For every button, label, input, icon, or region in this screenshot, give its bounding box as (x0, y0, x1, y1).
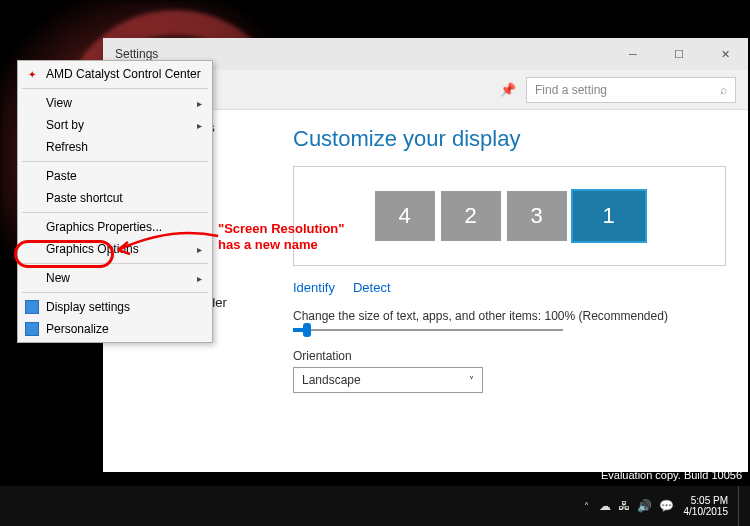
pin-icon[interactable]: 📌 (500, 82, 516, 97)
menu-paste[interactable]: Paste (20, 165, 210, 187)
personalize-icon (25, 322, 39, 336)
close-button[interactable]: ✕ (702, 38, 748, 70)
detect-link[interactable]: Detect (353, 280, 391, 295)
windows-watermark: Windows 10 Pro Technical Preview Evaluat… (571, 453, 742, 482)
amd-icon: ✦ (25, 67, 39, 81)
menu-display-settings[interactable]: Display settings (20, 296, 210, 318)
monitor-2[interactable]: 2 (441, 191, 501, 241)
menu-separator (22, 212, 208, 213)
display-icon (25, 300, 39, 314)
menu-separator (22, 263, 208, 264)
search-input[interactable]: Find a setting ⌕ (526, 77, 736, 103)
taskbar-clock[interactable]: 5:05 PM 4/10/2015 (684, 495, 729, 517)
menu-graphics-properties[interactable]: Graphics Properties... (20, 216, 210, 238)
menu-graphics-options[interactable]: Graphics Options (20, 238, 210, 260)
chevron-down-icon: ˅ (469, 375, 474, 386)
page-title: Customize your display (293, 126, 726, 152)
orientation-label: Orientation (293, 349, 726, 363)
menu-new[interactable]: New (20, 267, 210, 289)
display-arrangement[interactable]: 4 2 3 1 (293, 166, 726, 266)
taskbar: ˄ ☁ 🖧 🔊 💬 5:05 PM 4/10/2015 (0, 486, 750, 526)
menu-view[interactable]: View (20, 92, 210, 114)
window-title: Settings (115, 47, 158, 61)
monitor-3[interactable]: 3 (507, 191, 567, 241)
onedrive-icon[interactable]: ☁ (599, 499, 611, 513)
menu-separator (22, 88, 208, 89)
menu-sort-by[interactable]: Sort by (20, 114, 210, 136)
system-tray[interactable]: ☁ 🖧 🔊 💬 (599, 499, 674, 513)
menu-paste-shortcut[interactable]: Paste shortcut (20, 187, 210, 209)
content-panel: Customize your display 4 2 3 1 Identify … (271, 110, 748, 472)
menu-amd-catalyst[interactable]: ✦AMD Catalyst Control Center (20, 63, 210, 85)
menu-separator (22, 161, 208, 162)
tray-chevron-icon[interactable]: ˄ (584, 501, 589, 512)
identify-link[interactable]: Identify (293, 280, 335, 295)
menu-refresh[interactable]: Refresh (20, 136, 210, 158)
monitor-1[interactable]: 1 (573, 191, 645, 241)
scale-slider[interactable] (293, 329, 563, 331)
maximize-button[interactable]: ☐ (656, 38, 702, 70)
scale-label: Change the size of text, apps, and other… (293, 309, 726, 323)
notifications-icon[interactable]: 💬 (659, 499, 674, 513)
show-desktop-button[interactable] (738, 486, 744, 526)
menu-separator (22, 292, 208, 293)
minimize-button[interactable]: ─ (610, 38, 656, 70)
orientation-select[interactable]: Landscape ˅ (293, 367, 483, 393)
annotation-text: "Screen Resolution" has a new name (218, 221, 344, 252)
monitor-4[interactable]: 4 (375, 191, 435, 241)
network-icon[interactable]: 🖧 (618, 499, 630, 513)
search-placeholder: Find a setting (535, 83, 607, 97)
search-icon: ⌕ (720, 83, 727, 97)
desktop-context-menu: ✦AMD Catalyst Control Center View Sort b… (17, 60, 213, 343)
menu-personalize[interactable]: Personalize (20, 318, 210, 340)
volume-icon[interactable]: 🔊 (637, 499, 652, 513)
